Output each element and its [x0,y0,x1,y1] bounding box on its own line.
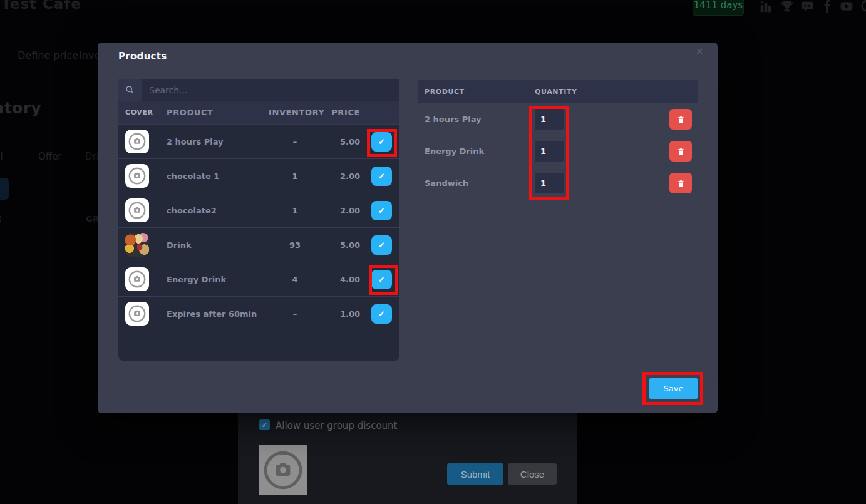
facebook-icon[interactable] [822,0,832,14]
brand-logo[interactable]: Test Cafe [1,0,81,12]
selected-product-name: 2 hours Play [418,115,535,124]
youtube-icon[interactable] [840,0,853,14]
product-price: 2.00 [321,172,364,181]
header-product: PRODUCT [160,108,269,117]
table-row: 2 hours Play – 5.00 ✓ [118,124,399,158]
camera-icon [128,132,147,151]
trash-icon [677,115,685,124]
camera-icon [128,201,147,220]
camera-icon [128,270,147,289]
quantity-input[interactable] [535,141,564,162]
header-inventory: INVENTORY [269,108,321,117]
submit-button[interactable]: Submit [447,463,503,485]
ranking-icon[interactable] [759,0,773,14]
image-upload-placeholder[interactable] [259,445,307,495]
header-product: PRODUCT [418,88,535,96]
trophy-icon[interactable] [780,0,794,14]
selected-table-header: PRODUCT QUANTITY [418,80,698,103]
product-name: Drink [160,240,269,250]
table-row: Expires after 60min – 1.00 ✓ [118,296,399,331]
discord-icon[interactable] [800,0,814,14]
search-input[interactable] [142,79,399,101]
selected-row: Energy Drink [418,135,698,167]
camera-icon [128,167,147,185]
table-row: chocolate 1 1 2.00 ✓ [118,158,399,193]
camera-icon [262,450,304,491]
products-modal: Products × COVER PRODUCT INVENTORY PRICE [98,43,718,413]
partial-icon[interactable] [860,0,866,14]
product-price: 1.00 [321,309,364,319]
product-name: chocolate2 [160,206,269,215]
select-checkbox[interactable]: ✓ [371,167,392,186]
product-name: chocolate 1 [160,172,269,181]
product-inventory: – [269,137,321,147]
offer-form-panel: ✓ Allow user group discount Submit Close [238,413,577,504]
product-price: 2.00 [321,206,364,215]
modal-header-divider [98,69,718,69]
table-row: chocolate2 1 2.00 ✓ [118,193,399,227]
quantity-input[interactable] [535,173,564,193]
products-table: COVER PRODUCT INVENTORY PRICE 2 hours Pl… [118,79,399,361]
selected-row: Sandwich [418,167,698,199]
table-row: Drink 93 5.00 ✓ [118,227,399,262]
trash-icon [677,147,685,156]
search-icon [125,85,135,95]
modal-title: Products [118,51,167,62]
select-checkbox[interactable]: ✓ [371,235,392,255]
product-inventory: 1 [269,206,321,215]
header-price: PRICE [321,108,364,117]
search-bar [118,79,399,101]
product-cover [125,164,149,188]
product-name: Expires after 60min [160,309,269,319]
product-name: Energy Drink [160,275,269,284]
product-inventory: 1 [269,172,321,181]
product-price: 5.00 [321,240,364,250]
selected-product-name: Sandwich [418,178,535,188]
discount-checkbox-label: Allow user group discount [276,420,397,431]
filter-tab-all[interactable]: All [0,151,3,162]
table-row: Energy Drink 4 4.00 ✓ [118,262,399,296]
tab-divider [70,48,70,64]
selected-filter-pill[interactable]: – [0,178,9,200]
modal-close-icon[interactable]: × [696,46,704,56]
products-table-footer [118,331,399,361]
product-price: 4.00 [321,275,364,284]
search-icon-box[interactable] [118,79,142,101]
product-price: 5.00 [321,137,364,147]
product-inventory: 93 [269,240,321,250]
select-checkbox[interactable]: ✓ [371,304,392,324]
product-cover [125,302,149,326]
header-cover: COVER [118,108,160,116]
delete-button[interactable] [669,109,692,130]
delete-button[interactable] [669,141,692,162]
header-quantity: QUANTITY [535,88,577,96]
selected-products-table: PRODUCT QUANTITY 2 hours Play Energy Dri… [418,80,698,199]
selected-row: 2 hours Play [418,103,698,135]
column-header-name: NAME [0,214,2,224]
product-cover [125,267,149,291]
trash-icon [677,179,685,188]
selected-product-name: Energy Drink [418,147,535,156]
close-button[interactable]: Close [508,463,557,485]
select-checkbox[interactable]: ✓ [371,132,392,152]
quantity-input[interactable] [535,109,564,130]
screen: Test Cafe 1411 days Define price Invento… [0,0,866,504]
save-button[interactable]: Save [649,378,698,399]
delete-button[interactable] [669,173,692,193]
discount-checkbox[interactable]: ✓ [259,419,270,430]
select-checkbox[interactable]: ✓ [371,201,392,220]
camera-icon [128,304,147,323]
product-name: 2 hours Play [160,137,269,147]
product-cover [125,130,149,153]
days-counter-button[interactable]: 1411 days [693,0,744,16]
filter-tab-offer[interactable]: Offer [38,151,62,162]
product-cover-photo [125,233,149,257]
page-title: Inventory [0,99,41,117]
product-cover [125,198,149,222]
product-inventory: – [269,309,321,319]
products-table-header: COVER PRODUCT INVENTORY PRICE [118,101,399,124]
product-inventory: 4 [269,275,321,284]
select-checkbox[interactable]: ✓ [371,270,392,289]
